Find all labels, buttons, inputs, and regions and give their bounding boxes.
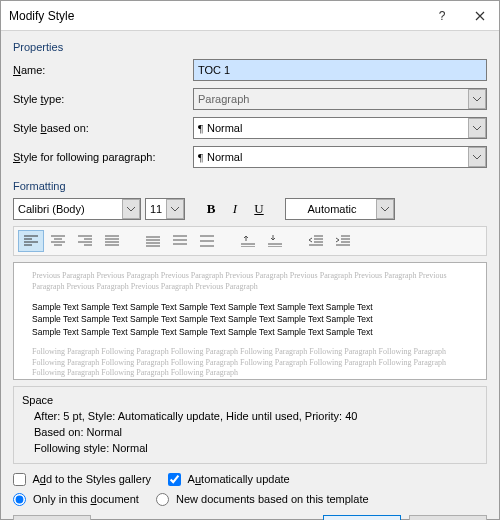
- spacing-double-button[interactable]: [194, 230, 220, 252]
- following-select[interactable]: ¶Normal: [193, 146, 487, 168]
- preview-sample: Sample Text Sample Text Sample Text Samp…: [32, 301, 468, 339]
- font-name-select[interactable]: [13, 198, 141, 220]
- style-type-select[interactable]: [193, 88, 487, 110]
- ok-button[interactable]: OK: [323, 515, 401, 520]
- underline-button[interactable]: U: [249, 199, 269, 219]
- font-color-select[interactable]: [285, 198, 395, 220]
- based-on-label: Style based on:: [13, 122, 193, 134]
- new-documents-radio[interactable]: New documents based on this template: [156, 493, 369, 505]
- bold-button[interactable]: B: [201, 199, 221, 219]
- close-button[interactable]: [461, 1, 499, 31]
- style-type-label: Style type:: [13, 93, 193, 105]
- window-title: Modify Style: [9, 9, 423, 23]
- close-icon: [475, 11, 485, 21]
- align-justify-button[interactable]: [99, 230, 125, 252]
- titlebar: Modify Style ?: [1, 1, 499, 31]
- properties-label: Properties: [13, 41, 487, 53]
- following-label: Style for following paragraph:: [13, 151, 193, 163]
- chevron-down-icon: [122, 199, 140, 219]
- based-on-select[interactable]: ¶Normal: [193, 117, 487, 139]
- formatting-label: Formatting: [13, 180, 487, 192]
- chevron-down-icon: [468, 118, 486, 138]
- space-before-inc-button[interactable]: [235, 230, 261, 252]
- preview-previous: Previous Paragraph Previous Paragraph Pr…: [32, 271, 468, 293]
- align-left-button[interactable]: [18, 230, 44, 252]
- chevron-down-icon: [468, 89, 486, 109]
- modify-style-dialog: Modify Style ? Properties Name: Style ty…: [0, 0, 500, 520]
- help-button[interactable]: ?: [423, 1, 461, 31]
- cancel-button[interactable]: Cancel: [409, 515, 487, 520]
- indent-decrease-button[interactable]: [303, 230, 329, 252]
- align-right-button[interactable]: [72, 230, 98, 252]
- format-button[interactable]: Format▾: [13, 515, 91, 520]
- chevron-down-icon: [468, 147, 486, 167]
- paragraph-toolbar: [13, 226, 487, 256]
- font-size-select[interactable]: [145, 198, 185, 220]
- chevron-down-icon: [376, 199, 394, 219]
- space-before-dec-button[interactable]: [262, 230, 288, 252]
- properties-grid: Name: Style type: Style based on: ¶Norma…: [13, 59, 487, 168]
- auto-update-checkbox[interactable]: Automatically update: [168, 473, 290, 485]
- style-description: Space After: 5 pt, Style: Automatically …: [13, 386, 487, 464]
- preview-following: Following Paragraph Following Paragraph …: [32, 347, 468, 379]
- spacing-15-button[interactable]: [167, 230, 193, 252]
- spacing-single-button[interactable]: [140, 230, 166, 252]
- italic-button[interactable]: I: [225, 199, 245, 219]
- preview-pane: Previous Paragraph Previous Paragraph Pr…: [13, 262, 487, 380]
- dialog-footer: Format▾ OK Cancel: [1, 509, 499, 520]
- options-checks: Add to the Styles gallery Automatically …: [13, 470, 487, 510]
- add-gallery-checkbox[interactable]: Add to the Styles gallery: [13, 473, 151, 485]
- indent-increase-button[interactable]: [330, 230, 356, 252]
- name-label: Name:: [13, 64, 193, 76]
- chevron-down-icon: [166, 199, 184, 219]
- name-input[interactable]: [193, 59, 487, 81]
- align-center-button[interactable]: [45, 230, 71, 252]
- only-document-radio[interactable]: Only in this document: [13, 493, 139, 505]
- font-row: B I U: [13, 198, 487, 220]
